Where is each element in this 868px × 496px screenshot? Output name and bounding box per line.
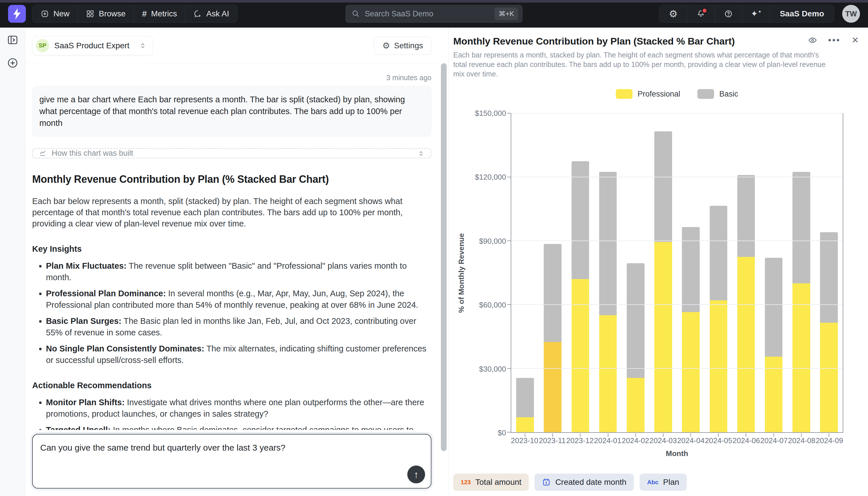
basic-segment (792, 172, 810, 284)
agent-avatar: SP (36, 39, 49, 52)
bar-slot-2023-11 (539, 113, 566, 432)
bar-slot-2024-09 (815, 113, 843, 432)
y-axis-title: % of Monthly Revenue (453, 113, 469, 433)
basic-segment (682, 227, 700, 312)
metrics-label: Metrics (151, 9, 177, 18)
toggle-sidebar-button[interactable] (6, 34, 19, 46)
view-icon[interactable] (808, 36, 817, 45)
legend-label: Professional (638, 90, 680, 98)
bar-slot-2024-02 (622, 113, 649, 432)
bar-slot-2024-08 (788, 113, 815, 432)
chevron-updown-icon (139, 42, 146, 49)
nav-button-group: New Browse # Metrics Ask AI (32, 5, 238, 23)
chevron-updown-icon (418, 150, 424, 157)
y-tick-label: $120,000 (475, 173, 506, 182)
response-intro: Each bar below represents a month, split… (32, 196, 431, 229)
agent-settings-button[interactable]: ⚙ Settings (374, 37, 431, 55)
number-field-icon: 123 (461, 479, 471, 486)
x-tick (552, 433, 553, 437)
legend-item-basic[interactable]: Basic (697, 89, 738, 99)
how-chart-built-toggle[interactable]: How this chart was built (32, 148, 431, 158)
ask-ai-label: Ask AI (206, 9, 229, 18)
metrics-button[interactable]: # Metrics (133, 5, 185, 22)
recommendations-heading: Actionable Recommendations (32, 381, 431, 390)
chat-scrollbar-track (439, 28, 449, 496)
gridline (511, 304, 843, 305)
notification-dot (702, 7, 708, 14)
dimension-chip-plan[interactable]: Abc Plan (640, 474, 687, 491)
legend-swatch (616, 89, 632, 99)
new-label: New (53, 9, 69, 18)
chart-line-icon (39, 150, 47, 157)
new-thread-button[interactable] (6, 57, 19, 69)
global-search-input[interactable]: Search SaaS Demo ⌘+K (345, 5, 523, 23)
x-tick (773, 433, 774, 437)
bars (511, 113, 843, 432)
bar-slot-2024-04 (677, 113, 705, 432)
gridline (511, 177, 843, 177)
professional-segment (654, 242, 672, 432)
list-item: Professional Plan Dominance: In several … (46, 288, 431, 311)
close-icon[interactable]: ✕ (852, 36, 859, 45)
basic-segment (820, 232, 838, 323)
professional-segment (627, 378, 645, 432)
message-input-value: Can you give the same trend but quarterl… (40, 442, 399, 453)
bar-slot-2024-07 (760, 113, 788, 432)
y-axis-labels: $0$30,000$60,000$90,000$120,000$150,000 (469, 113, 511, 433)
search-icon (352, 10, 360, 18)
bar-slot-2023-10 (511, 113, 539, 432)
x-tick (691, 433, 691, 437)
chat-scrollbar-thumb[interactable] (441, 63, 447, 451)
how-chart-built-label: How this chart was built (52, 149, 133, 158)
basic-segment (765, 258, 783, 357)
ask-ai-button[interactable]: Ask AI (185, 5, 237, 22)
chart-panel-actions: ••• ✕ (808, 36, 862, 45)
insights-list: Plan Mix Fluctuates: The revenue split b… (32, 260, 431, 366)
new-button[interactable]: New (32, 5, 78, 22)
send-button[interactable]: ↑ (407, 466, 425, 483)
settings-gear-button[interactable]: ⚙ (659, 5, 687, 22)
lightning-icon (12, 8, 22, 20)
x-tick (663, 433, 663, 437)
user-avatar[interactable]: TW (842, 5, 860, 23)
professional-segment (682, 312, 700, 432)
basic-segment (737, 175, 755, 257)
dimension-chip-created-date-month[interactable]: Created date month (534, 474, 634, 491)
chart-panel-header: Monthly Revenue Contribution by Plan (St… (453, 36, 862, 47)
x-axis-title: Month (511, 449, 843, 458)
hash-icon: # (142, 9, 147, 19)
legend-item-professional[interactable]: Professional (616, 89, 680, 99)
basic-segment (516, 378, 534, 417)
app-logo[interactable] (8, 5, 26, 23)
project-switcher[interactable]: SaaS Demo (770, 5, 834, 22)
calendar-icon (542, 478, 551, 486)
x-tick (746, 433, 746, 437)
agent-selector[interactable]: SP SaaS Product Expert (32, 36, 153, 55)
help-button[interactable] (714, 5, 742, 22)
notifications-button[interactable] (687, 5, 714, 22)
metric-chip-total-amount[interactable]: 123 Total amount (453, 474, 529, 491)
x-tick-label: 2024-03 (649, 436, 677, 445)
top-navbar: New Browse # Metrics Ask AI Search SaaS … (0, 0, 868, 28)
professional-segment (792, 283, 810, 432)
x-tick (608, 433, 608, 437)
chart-legend: ProfessionalBasic (511, 89, 843, 99)
insights-heading: Key Insights (32, 244, 431, 254)
x-tick-label: 2023-12 (566, 436, 594, 445)
plus-square-icon (41, 10, 49, 18)
more-options-icon[interactable]: ••• (828, 36, 841, 45)
professional-segment (820, 323, 838, 432)
bar-slot-2023-12 (566, 113, 594, 432)
legend-label: Basic (719, 90, 738, 98)
x-tick-label: 2024-01 (594, 436, 622, 445)
ai-sparkle-button[interactable]: ✦✦ (742, 5, 770, 22)
browse-button[interactable]: Browse (78, 5, 133, 22)
message-input[interactable]: Can you give the same trend but quarterl… (32, 434, 431, 489)
composer: Can you give the same trend but quarterl… (25, 430, 439, 496)
y-tick (507, 304, 511, 305)
sparkles-icon: ✦✦ (751, 10, 762, 18)
list-item: Monitor Plan Shifts: Investigate what dr… (46, 397, 431, 420)
browse-label: Browse (99, 9, 126, 18)
chart-panel: Monthly Revenue Contribution by Plan (St… (449, 28, 868, 496)
basic-segment (572, 161, 590, 279)
